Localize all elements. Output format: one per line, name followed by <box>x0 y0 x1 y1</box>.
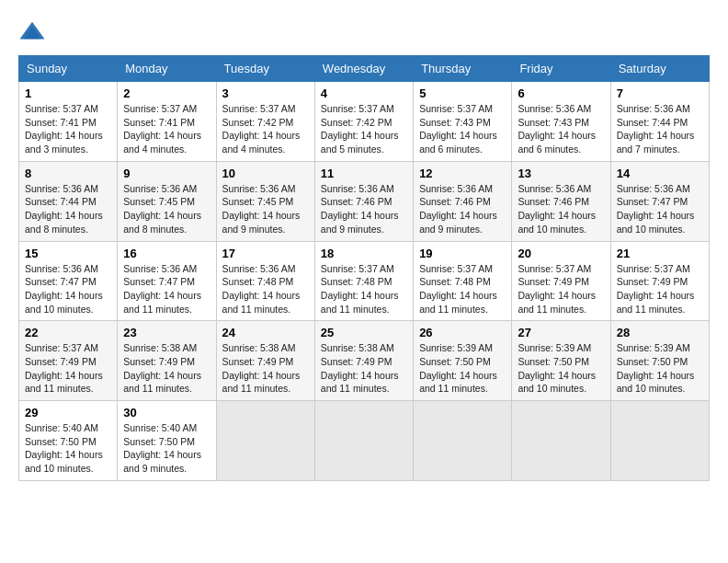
day-info: Sunrise: 5:40 AM Sunset: 7:50 PM Dayligh… <box>25 421 111 476</box>
day-number: 9 <box>123 167 210 180</box>
calendar-day-cell: 4 Sunrise: 5:37 AM Sunset: 7:42 PM Dayli… <box>314 82 413 162</box>
calendar-day-cell: 18 Sunrise: 5:37 AM Sunset: 7:48 PM Dayl… <box>314 241 413 321</box>
calendar-day-cell: 28 Sunrise: 5:39 AM Sunset: 7:50 PM Dayl… <box>610 321 709 401</box>
day-number: 12 <box>419 167 506 180</box>
calendar-day-cell: 14 Sunrise: 5:36 AM Sunset: 7:47 PM Dayl… <box>610 161 709 241</box>
day-info: Sunrise: 5:37 AM Sunset: 7:49 PM Dayligh… <box>617 262 703 316</box>
day-info: Sunrise: 5:40 AM Sunset: 7:50 PM Dayligh… <box>123 421 210 476</box>
calendar-day-cell: 6 Sunrise: 5:36 AM Sunset: 7:43 PM Dayli… <box>512 82 610 162</box>
calendar-day-cell: 12 Sunrise: 5:36 AM Sunset: 7:46 PM Dayl… <box>414 161 512 241</box>
calendar-header-row: SundayMondayTuesdayWednesdayThursdayFrid… <box>19 56 710 82</box>
calendar-week-row: 15 Sunrise: 5:36 AM Sunset: 7:47 PM Dayl… <box>19 241 710 321</box>
day-number: 11 <box>321 167 407 180</box>
calendar-day-cell: 20 Sunrise: 5:37 AM Sunset: 7:49 PM Dayl… <box>512 241 610 321</box>
day-number: 6 <box>518 86 604 100</box>
day-number: 26 <box>419 326 506 339</box>
day-info: Sunrise: 5:37 AM Sunset: 7:48 PM Dayligh… <box>419 262 506 316</box>
calendar-day-cell: 26 Sunrise: 5:39 AM Sunset: 7:50 PM Dayl… <box>414 321 512 401</box>
day-info: Sunrise: 5:36 AM Sunset: 7:44 PM Dayligh… <box>617 102 703 156</box>
day-number: 16 <box>123 247 210 260</box>
calendar-day-cell: 8 Sunrise: 5:36 AM Sunset: 7:44 PM Dayli… <box>19 161 118 241</box>
calendar-day-cell: 10 Sunrise: 5:36 AM Sunset: 7:45 PM Dayl… <box>216 161 314 241</box>
calendar-day-cell <box>610 401 709 481</box>
day-number: 30 <box>123 406 210 419</box>
day-info: Sunrise: 5:38 AM Sunset: 7:49 PM Dayligh… <box>222 341 309 396</box>
day-info: Sunrise: 5:36 AM Sunset: 7:47 PM Dayligh… <box>25 262 111 316</box>
calendar-week-row: 22 Sunrise: 5:37 AM Sunset: 7:49 PM Dayl… <box>19 321 710 401</box>
day-info: Sunrise: 5:38 AM Sunset: 7:49 PM Dayligh… <box>321 341 407 396</box>
day-info: Sunrise: 5:37 AM Sunset: 7:49 PM Dayligh… <box>518 262 604 316</box>
day-info: Sunrise: 5:36 AM Sunset: 7:45 PM Dayligh… <box>123 182 210 236</box>
day-info: Sunrise: 5:37 AM Sunset: 7:43 PM Dayligh… <box>419 102 506 156</box>
calendar-day-cell: 22 Sunrise: 5:37 AM Sunset: 7:49 PM Dayl… <box>19 321 118 401</box>
calendar-day-cell: 1 Sunrise: 5:37 AM Sunset: 7:41 PM Dayli… <box>19 82 118 162</box>
day-info: Sunrise: 5:39 AM Sunset: 7:50 PM Dayligh… <box>617 341 703 396</box>
calendar-day-cell: 9 Sunrise: 5:36 AM Sunset: 7:45 PM Dayli… <box>118 161 216 241</box>
calendar-day-header: Tuesday <box>216 56 314 82</box>
calendar-day-cell: 29 Sunrise: 5:40 AM Sunset: 7:50 PM Dayl… <box>19 401 118 481</box>
day-number: 2 <box>123 86 210 100</box>
calendar-week-row: 29 Sunrise: 5:40 AM Sunset: 7:50 PM Dayl… <box>19 401 710 481</box>
day-number: 20 <box>518 247 604 260</box>
calendar-day-cell: 21 Sunrise: 5:37 AM Sunset: 7:49 PM Dayl… <box>610 241 709 321</box>
day-info: Sunrise: 5:38 AM Sunset: 7:49 PM Dayligh… <box>123 341 210 396</box>
calendar-day-cell: 11 Sunrise: 5:36 AM Sunset: 7:46 PM Dayl… <box>314 161 413 241</box>
day-info: Sunrise: 5:36 AM Sunset: 7:46 PM Dayligh… <box>419 182 506 236</box>
calendar-day-cell: 24 Sunrise: 5:38 AM Sunset: 7:49 PM Dayl… <box>216 321 314 401</box>
calendar-day-cell: 19 Sunrise: 5:37 AM Sunset: 7:48 PM Dayl… <box>414 241 512 321</box>
calendar-week-row: 1 Sunrise: 5:37 AM Sunset: 7:41 PM Dayli… <box>19 82 710 162</box>
day-info: Sunrise: 5:39 AM Sunset: 7:50 PM Dayligh… <box>518 341 604 396</box>
calendar-day-header: Thursday <box>414 56 512 82</box>
calendar-day-cell: 7 Sunrise: 5:36 AM Sunset: 7:44 PM Dayli… <box>610 82 709 162</box>
calendar-week-row: 8 Sunrise: 5:36 AM Sunset: 7:44 PM Dayli… <box>19 161 710 241</box>
day-info: Sunrise: 5:36 AM Sunset: 7:46 PM Dayligh… <box>518 182 604 236</box>
calendar-day-cell <box>512 401 610 481</box>
day-number: 24 <box>222 326 309 339</box>
calendar-day-header: Saturday <box>610 56 709 82</box>
day-number: 22 <box>25 326 111 339</box>
day-number: 27 <box>518 326 604 339</box>
calendar-day-cell: 16 Sunrise: 5:36 AM Sunset: 7:47 PM Dayl… <box>118 241 216 321</box>
calendar-day-cell: 5 Sunrise: 5:37 AM Sunset: 7:43 PM Dayli… <box>414 82 512 162</box>
logo-icon <box>18 18 46 46</box>
day-info: Sunrise: 5:37 AM Sunset: 7:41 PM Dayligh… <box>25 102 111 156</box>
day-number: 28 <box>617 326 703 339</box>
day-info: Sunrise: 5:36 AM Sunset: 7:44 PM Dayligh… <box>25 182 111 236</box>
calendar-day-cell <box>414 401 512 481</box>
calendar-body: 1 Sunrise: 5:37 AM Sunset: 7:41 PM Dayli… <box>19 82 710 481</box>
day-info: Sunrise: 5:36 AM Sunset: 7:46 PM Dayligh… <box>321 182 407 236</box>
calendar-day-cell: 15 Sunrise: 5:36 AM Sunset: 7:47 PM Dayl… <box>19 241 118 321</box>
day-info: Sunrise: 5:36 AM Sunset: 7:47 PM Dayligh… <box>123 262 210 316</box>
calendar-day-cell: 17 Sunrise: 5:36 AM Sunset: 7:48 PM Dayl… <box>216 241 314 321</box>
page-header <box>18 18 710 46</box>
day-info: Sunrise: 5:37 AM Sunset: 7:42 PM Dayligh… <box>321 102 407 156</box>
day-number: 5 <box>419 86 506 100</box>
day-number: 15 <box>25 247 111 260</box>
calendar-table: SundayMondayTuesdayWednesdayThursdayFrid… <box>18 55 710 481</box>
day-info: Sunrise: 5:36 AM Sunset: 7:43 PM Dayligh… <box>518 102 604 156</box>
calendar-day-cell: 30 Sunrise: 5:40 AM Sunset: 7:50 PM Dayl… <box>118 401 216 481</box>
day-number: 4 <box>321 86 407 100</box>
calendar-day-header: Monday <box>118 56 216 82</box>
day-number: 23 <box>123 326 210 339</box>
day-number: 18 <box>321 247 407 260</box>
day-info: Sunrise: 5:39 AM Sunset: 7:50 PM Dayligh… <box>419 341 506 396</box>
day-number: 25 <box>321 326 407 339</box>
day-info: Sunrise: 5:37 AM Sunset: 7:48 PM Dayligh… <box>321 262 407 316</box>
day-number: 10 <box>222 167 309 180</box>
logo <box>18 18 48 46</box>
day-info: Sunrise: 5:36 AM Sunset: 7:47 PM Dayligh… <box>617 182 703 236</box>
calendar-day-cell: 25 Sunrise: 5:38 AM Sunset: 7:49 PM Dayl… <box>314 321 413 401</box>
day-number: 1 <box>25 86 111 100</box>
day-number: 29 <box>25 406 111 419</box>
calendar-day-cell: 27 Sunrise: 5:39 AM Sunset: 7:50 PM Dayl… <box>512 321 610 401</box>
calendar-day-header: Wednesday <box>314 56 413 82</box>
day-number: 7 <box>617 86 703 100</box>
day-number: 3 <box>222 86 309 100</box>
day-number: 8 <box>25 167 111 180</box>
calendar-day-cell: 13 Sunrise: 5:36 AM Sunset: 7:46 PM Dayl… <box>512 161 610 241</box>
day-number: 13 <box>518 167 604 180</box>
calendar-day-header: Sunday <box>19 56 118 82</box>
day-number: 19 <box>419 247 506 260</box>
day-info: Sunrise: 5:36 AM Sunset: 7:48 PM Dayligh… <box>222 262 309 316</box>
